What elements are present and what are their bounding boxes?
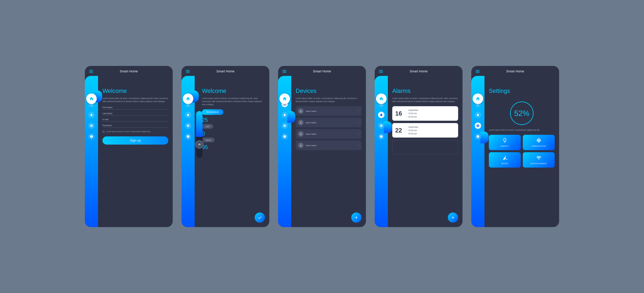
screen-sensors: Smart Home — [182, 66, 269, 227]
device-name-1: User name — [306, 121, 354, 124]
sidebar-2 — [182, 76, 195, 227]
form-group-password: Password — [102, 124, 168, 128]
alarm-info-1: September 10:00 am 04:00 pm — [408, 125, 418, 135]
screen5-desc: Lorem ipsum dolor sit amet, consectetuer… — [489, 128, 555, 132]
content-2: Welcome Lorem ipsum dolor sit amet, cons… — [195, 76, 269, 227]
screen4-desc: Lorem ipsum dolor sit amet, consectetuer… — [392, 97, 458, 103]
entertainment-icon — [536, 155, 542, 161]
content-4: Alarms Lorem ipsum dolor sit amet, conse… — [388, 76, 462, 227]
alarm-divider-0 — [406, 109, 406, 118]
add-device-button[interactable]: + — [351, 212, 362, 223]
home-nav-1[interactable] — [86, 94, 97, 104]
sidebar-4 — [375, 76, 388, 227]
alarm-divider-1 — [406, 126, 406, 135]
device-dots-3[interactable]: ⋮ — [356, 144, 359, 147]
top-bar-2: Smart Home — [182, 66, 269, 76]
nav-settings-3[interactable] — [282, 122, 288, 129]
hamburger-icon-2[interactable] — [186, 70, 190, 73]
nav-info-2[interactable] — [185, 133, 191, 140]
app-title-2: Smart Home — [216, 70, 234, 73]
label-password: Password — [102, 124, 168, 127]
alarm-info-0: September 10:00 am 04:00 pm — [408, 109, 418, 118]
hamburger-icon-3[interactable] — [282, 70, 286, 73]
settings-tile-water[interactable]: WATER — [489, 152, 521, 168]
nav-info-3[interactable] — [282, 133, 288, 140]
device-item-3: User name ⋮ — [296, 140, 362, 150]
device-dots-1[interactable]: ⋮ — [356, 121, 359, 124]
temperature-tile-label: TEMPERATURE — [532, 145, 546, 147]
app-title-5: Smart Home — [506, 70, 524, 73]
nav-alarm-3[interactable] — [282, 112, 288, 118]
home-nav-3[interactable] — [280, 94, 290, 104]
top-bar-1: Smart Home — [85, 66, 173, 76]
device-item-1: User name ⋮ — [296, 118, 362, 127]
light-value: 0 — [202, 131, 265, 137]
temperature-btn[interactable]: Temperature — [202, 109, 223, 115]
form-group-lastname: Last Name — [102, 112, 168, 116]
screen-signup: Smart Home — [85, 66, 173, 227]
line-email — [102, 121, 168, 122]
content-5: Settings 52% Lorem ipsum dolor sit amet,… — [484, 76, 559, 227]
screen1-desc: Lorem ipsum dolor sit amet, consectetuer… — [102, 97, 168, 103]
svg-point-3 — [188, 105, 188, 105]
label-firstname: First Name — [102, 106, 168, 109]
percent-circle: 52% — [510, 102, 534, 125]
settings-tile-temperature[interactable]: TEMPERATURE — [523, 135, 555, 150]
device-item-2: User name ⋮ — [296, 129, 362, 139]
device-avatar-1 — [298, 120, 304, 125]
nav-settings-1[interactable] — [88, 122, 95, 129]
settings-tile-energy[interactable]: ENERGY — [489, 135, 521, 150]
energy-icon — [502, 138, 508, 144]
top-bar-3: Smart Home — [278, 66, 366, 76]
nav-info-1[interactable] — [88, 133, 95, 140]
line-firstname — [102, 109, 168, 110]
device-name-0: User name — [306, 110, 354, 112]
nav-alarm-5[interactable] — [475, 112, 481, 118]
top-bar-4: Smart Home — [375, 66, 462, 76]
alarm-date-1: 22 — [395, 127, 404, 133]
nav-settings-5[interactable] — [475, 122, 481, 129]
home-nav-2[interactable] — [183, 94, 193, 104]
slider-track — [196, 111, 202, 158]
device-dots-0[interactable]: ⋮ — [356, 109, 359, 113]
signal-value: 95 — [202, 144, 265, 150]
screen3-desc: Lorem ipsum dolor sit amet, consectetuer… — [296, 97, 362, 103]
hamburger-icon[interactable] — [89, 70, 93, 73]
alarm-date-0: 16 — [395, 110, 404, 117]
percent-value: 52% — [514, 109, 530, 118]
settings-tile-entertainment[interactable]: ENTERTAINMENT — [523, 152, 555, 168]
app-title-1: Smart Home — [120, 70, 138, 73]
add-alarm-button[interactable]: + — [448, 212, 458, 223]
nav-info-5[interactable] — [475, 133, 481, 140]
sidebar-1 — [85, 76, 98, 227]
device-dots-2[interactable]: ⋮ — [356, 132, 359, 136]
screen-settings: Smart Home — [471, 66, 559, 227]
nav-alarm-4[interactable] — [378, 112, 384, 118]
sidebar-3 — [278, 76, 291, 227]
nav-alarm-2[interactable] — [185, 112, 191, 118]
nav-alarm-1[interactable] — [88, 112, 95, 118]
water-icon — [502, 155, 508, 161]
device-avatar-0 — [298, 108, 304, 114]
nav-info-4[interactable] — [378, 133, 384, 140]
slider-thumb[interactable]: 25 — [195, 140, 204, 149]
hamburger-icon-4[interactable] — [379, 70, 383, 73]
checkbox[interactable] — [102, 131, 105, 133]
content-1: Welcome Lorem ipsum dolor sit amet, cons… — [98, 76, 173, 227]
home-nav-5[interactable] — [472, 94, 483, 104]
light-pill: Light — [202, 124, 213, 129]
device-name-3: User name — [306, 144, 354, 147]
screen3-title: Devices — [296, 88, 362, 94]
nav-settings-4[interactable] — [378, 122, 384, 129]
settings-grid: ENERGY TEMPERATURE WATER — [489, 135, 555, 168]
sidebar-5 — [471, 76, 484, 227]
nav-settings-2[interactable] — [185, 122, 191, 129]
confirm-button[interactable] — [255, 212, 265, 223]
line-lastname — [102, 115, 168, 116]
signup-button[interactable]: Sign up — [102, 136, 168, 145]
hamburger-icon-5[interactable] — [476, 70, 480, 73]
home-nav-4[interactable] — [376, 94, 386, 104]
screen5-title: Settings — [489, 88, 555, 94]
line-password — [102, 127, 168, 128]
screen4-title: Alarms — [392, 88, 458, 94]
